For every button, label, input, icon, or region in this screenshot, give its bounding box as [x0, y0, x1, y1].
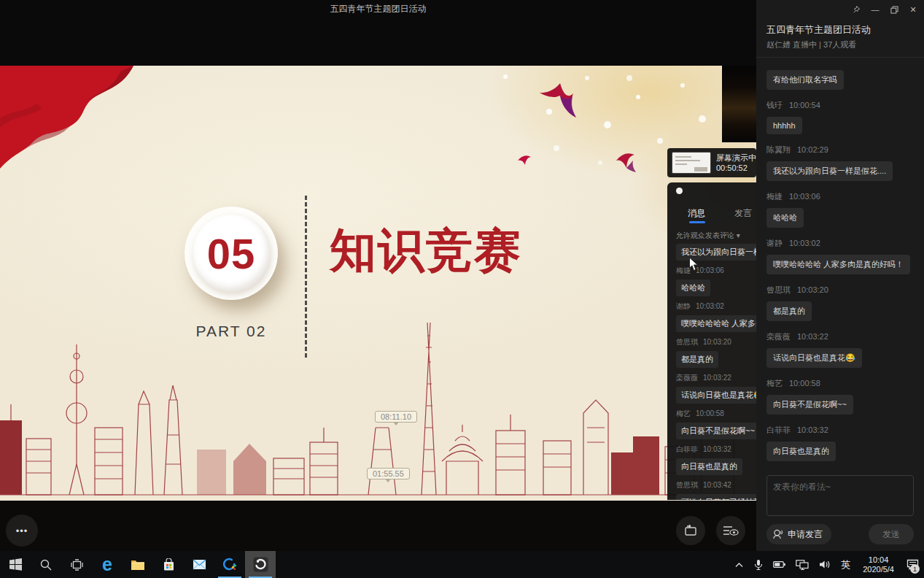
pin-button[interactable] [851, 4, 861, 15]
file-explorer-button[interactable] [123, 551, 153, 578]
panel-handle-dot[interactable] [676, 188, 683, 194]
edge-browser-button[interactable]: e [92, 551, 123, 578]
message-bubble: hhhhh [766, 117, 802, 134]
part-label: PART 02 [185, 323, 278, 340]
message-meta: 谢静10:03:02 [676, 301, 756, 312]
message-time: 10:03:22 [797, 332, 828, 341]
sidebar-window-controls: — ✕ [851, 4, 918, 15]
meeting-titlebar: 五四青年节主题团日活动 [0, 0, 756, 66]
tray-expand-button[interactable] [729, 551, 749, 578]
message-bubble: 哈哈哈 [676, 280, 710, 296]
slide-speckles-decoration [503, 74, 508, 79]
sender-name: 钱玗 [766, 101, 783, 109]
chat-message: 谢静10:03:02 噗噗哈哈哈哈 人家多肉是真的好吗！ [766, 238, 914, 277]
message-meta: 栾薇薇10:03:22 [766, 331, 914, 342]
close-button[interactable]: ✕ [908, 4, 918, 15]
chevron-down-icon: ▾ [737, 231, 740, 239]
screen-share-indicator[interactable]: 屏幕演示中 00:50:52 [667, 148, 756, 177]
minimize-button[interactable]: — [870, 4, 880, 15]
sender-name: 梅艺 [766, 379, 783, 388]
message-time: 10:03:02 [789, 239, 820, 247]
taskbar-clock[interactable]: 10:04 2020/5/4 [855, 555, 901, 574]
section-number-inner: 05 [193, 215, 270, 292]
divider [756, 57, 924, 58]
message-time: 10:03:22 [703, 374, 731, 382]
message-bubble: 我还以为跟向日葵一样是假花.... [766, 161, 893, 181]
message-bubble: 向日葵也是真的 [766, 442, 836, 461]
message-time: 10:03:42 [703, 481, 731, 489]
volume-tray-button[interactable] [814, 551, 836, 578]
tencent-meeting-button[interactable] [214, 551, 245, 578]
overlay-message: 曾思琪10:03:20 都是真的 [676, 337, 756, 368]
presentation-app-button[interactable] [245, 551, 276, 578]
chat-message-list: 有给他们取名字吗 钱玗10:00:54 hhhhh 陈翼翔10:02:29 我还… [766, 70, 914, 470]
send-button[interactable]: 发送 [869, 524, 914, 544]
notification-badge: 1 [910, 564, 920, 574]
comment-input[interactable] [766, 475, 914, 516]
section-number-circle: 05 [185, 207, 278, 300]
chat-message: 曾思琪10:03:20 都是真的 [766, 285, 914, 324]
search-icon [40, 559, 52, 571]
chat-message: 白菲菲10:03:32 向日葵也是真的 [766, 425, 914, 464]
input-language-indicator[interactable]: 英 [836, 551, 855, 578]
message-meta: 梅艺10:00:58 [676, 409, 756, 419]
dashed-divider [305, 196, 307, 358]
message-meta: 栾薇薇10:03:22 [676, 373, 756, 383]
display-project-tray-button[interactable] [791, 551, 814, 578]
message-meta: 白菲菲10:03:32 [766, 425, 914, 436]
attendee-view-button[interactable] [716, 516, 745, 545]
battery-tray-button[interactable] [768, 551, 791, 578]
tencent-app-icon [222, 558, 237, 571]
tab-messages[interactable]: 消息 [688, 207, 705, 220]
sender-name: 曾思琪 [676, 481, 698, 489]
overlay-chat-panel: 消息 发言 允许观众发表评论 ▾ 我还以为跟向日葵 [667, 182, 756, 500]
message-time: 10:00:58 [696, 409, 724, 417]
message-bubble: 哈哈哈 [766, 208, 804, 228]
time-callout-bottom-text: 01:55.55 [373, 469, 404, 478]
sidebar-title: 五四青年节主题团日活动 [766, 23, 871, 36]
message-bubble: 话说向日葵也是真花😂 [676, 387, 756, 404]
camera-video-thumbnail[interactable] [722, 66, 756, 142]
sender-name: 曾思琪 [676, 338, 698, 346]
overlay-message: 梅艺10:00:58 向日葵不是假花啊~~ [676, 409, 756, 439]
mail-button[interactable] [184, 551, 214, 578]
comment-permission-dropdown[interactable]: 允许观众发表评论 ▾ [676, 231, 740, 241]
message-meta: 曾思琪10:03:42 [676, 480, 756, 490]
request-speak-button[interactable]: 申请发言 [766, 524, 831, 544]
share-timer: 00:50:52 [716, 163, 756, 173]
meeting-control-bar: ••• [0, 501, 756, 551]
overlay-message: 曾思琪10:03:42 可惜向日葵都已经枯萎了 [676, 480, 756, 500]
message-meta: 谢静10:03:02 [766, 238, 914, 249]
message-time: 10:03:20 [797, 285, 828, 294]
sender-name: 谢静 [676, 302, 691, 310]
tab-speak[interactable]: 发言 [734, 207, 752, 220]
sender-name: 陈翼翔 [766, 145, 791, 154]
start-button[interactable] [0, 551, 31, 578]
switch-view-button[interactable] [676, 516, 705, 545]
restore-button[interactable] [889, 4, 899, 15]
overlay-message: 栾薇薇10:03:22 话说向日葵也是真花😂 [676, 373, 756, 404]
microphone-tray-button[interactable] [749, 551, 768, 578]
microphone-icon [754, 559, 763, 571]
section-number: 05 [207, 229, 256, 278]
message-time: 10:03:20 [703, 338, 731, 346]
message-time: 10:03:02 [696, 302, 724, 310]
search-button[interactable] [31, 551, 61, 578]
chat-message: 梅婕10:03:06 哈哈哈 [766, 191, 914, 231]
restore-icon [890, 6, 898, 14]
pin-icon [852, 5, 861, 14]
chat-message: 陈翼翔10:02:29 我还以为跟向日葵一样是假花.... [766, 144, 914, 184]
mouse-cursor [688, 257, 699, 271]
message-bubble: 可惜向日葵都已经枯萎了 [676, 494, 756, 500]
microsoft-store-button[interactable] [153, 551, 184, 578]
more-options-button[interactable]: ••• [6, 515, 38, 547]
message-bubble: 噗噗哈哈哈哈 人家多肉是真 [676, 315, 756, 332]
red-flag-graphic [0, 66, 146, 175]
windows-taskbar: e [0, 551, 924, 578]
task-view-button[interactable] [61, 551, 92, 578]
message-meta: 曾思琪10:03:20 [766, 285, 914, 296]
action-center-button[interactable]: 1 [901, 551, 924, 578]
message-bubble: 向日葵也是真的 [676, 458, 742, 475]
message-bubble: 都是真的 [676, 351, 718, 368]
message-meta: 梅婕10:03:06 [766, 191, 914, 202]
